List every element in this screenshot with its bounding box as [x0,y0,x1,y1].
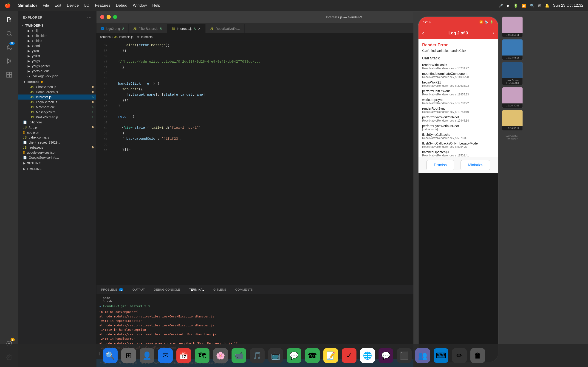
tab-reactnative[interactable]: JS ReactNativeRe... [206,24,245,33]
dock-messages[interactable]: 💬 [287,348,301,363]
sidebar-item-search[interactable] [3,27,15,40]
dock-slack[interactable]: 💬 [379,348,393,363]
thumbnail-item[interactable]: ...0t 16.30.08 [502,87,523,108]
thumbnail-item[interactable]: ...ator Screen iP...4.25.png [502,62,523,85]
dock-facetime[interactable]: 📹 [232,348,246,363]
tab-output[interactable]: OUTPUT [128,286,149,294]
thumbnail-item[interactable]: ...0t 13.58.15 [502,39,523,60]
list-item[interactable]: JS MessageScre...U [18,110,96,115]
list-item[interactable]: JS App.jsM [18,125,96,130]
list-item[interactable]: ▶ xtend [18,43,96,48]
tab-terminal[interactable]: TERMINAL [184,286,209,294]
dismiss-button[interactable]: Dismiss [426,160,454,170]
list-item[interactable]: ▶ y18n [18,48,96,53]
tab-interests[interactable]: JS Interests.js U ✕ [167,24,206,33]
menu-window[interactable]: Window [133,3,147,8]
tab-gitlens[interactable]: GITLENS [209,286,231,294]
list-item[interactable]: ▶ yallist [18,53,96,58]
list-item[interactable]: {} google-services.json [18,150,96,155]
list-item[interactable]: {} .package-lock.json [18,74,96,79]
tab-filterbutton[interactable]: JS FilterButton.js U [129,24,167,33]
dock-figma[interactable]: ✏ [452,348,467,363]
list-item[interactable]: JS HomeScreen.jsM [18,90,96,94]
menu-help[interactable]: Help [152,3,160,8]
dock-contacts[interactable]: 👤 [140,348,154,363]
dock-maps[interactable]: 🗺 [195,348,209,363]
breadcrumb-symbol[interactable]: Interests [141,35,153,39]
dock-mail[interactable]: ✉ [158,348,173,363]
simulator-window: iPhone 11 Pro – iOS 15.5 ⌂ 📷 ⟳ 12:32 📶 📡 [414,0,588,367]
app-name[interactable]: Simulator [18,3,37,8]
dock-calendar[interactable]: 📅 [176,348,191,363]
sidebar-item-extensions[interactable] [3,69,15,81]
list-item[interactable]: JS babel.config.js [18,135,96,140]
list-item[interactable]: {} app.json [18,130,96,135]
menu-device[interactable]: Device [67,3,79,8]
dock-launchpad[interactable]: ⊞ [121,348,136,363]
dock-photos[interactable]: 🌸 [213,348,228,363]
thumbnail-item[interactable]: ...ot 13.51.11 [502,17,523,37]
menu-edit[interactable]: Edit [54,3,61,8]
problems-badge: 1 [119,288,123,291]
dock-trash[interactable]: 🗑 [470,348,485,363]
list-item[interactable]: ▶ xmldoc [18,38,96,43]
list-item[interactable]: ▶ yocto-queue [18,69,96,74]
menu-debug[interactable]: Debug [116,3,127,8]
interests-file-item[interactable]: JS Interests.jsU [18,94,96,100]
outline-section[interactable]: ▶ OUTLINE [18,160,96,166]
minimize-button[interactable] [107,15,111,19]
tab-comments[interactable]: COMMENTS [231,286,258,294]
phone-nav: ‹ Log 2 of 3 › [418,27,498,39]
tab-badge: U [194,27,196,30]
list-item[interactable]: 📄 client_secret_23629... [18,140,96,145]
dock-finder[interactable]: 🔍 [103,348,118,363]
tab-problems[interactable]: PROBLEMS 1 [96,286,128,294]
list-item[interactable]: ▶ xmljs [18,28,96,33]
tree-root-item[interactable]: ▼ TWINDER-3 [18,23,96,28]
menu-file[interactable]: File [43,3,49,8]
control-center-icon[interactable]: ⊞ [538,3,541,8]
explorer-more-icon[interactable]: ··· [87,15,92,20]
list-item[interactable]: ▶ xmlbuilder [18,33,96,38]
nav-forward-button[interactable]: › [493,30,494,36]
sidebar-item-run[interactable] [3,55,15,67]
dock-vscode[interactable]: ⌨ [434,348,448,363]
tab-close-icon[interactable]: ✕ [198,27,201,31]
list-item[interactable]: JS firebase.jsM [18,145,96,150]
list-item[interactable]: JS LoginScreen.jsM [18,100,96,105]
breadcrumb-screens[interactable]: screens [100,35,111,39]
nav-back-button[interactable]: ‹ [422,30,424,36]
dock-reminders[interactable]: ✓ [342,348,356,363]
sidebar-item-source-control[interactable]: 29 [3,41,15,53]
list-item[interactable]: 📄 .gitignore [18,120,96,125]
list-item[interactable]: ▶ yargs [18,58,96,64]
thumbnail-item[interactable]: ...0t 16.30.17 [502,110,523,131]
sidebar-item-files[interactable] [3,14,15,26]
menu-features[interactable]: Features [95,3,110,8]
search-menubar-icon[interactable]: 🔍 [530,3,535,8]
stack-file: ReactNativeRenderer-dev.js:10259:27 [422,67,494,70]
dock-chrome[interactable]: 🌐 [360,348,375,363]
list-item[interactable]: JS ChatScreen.jsM [18,84,96,90]
menu-io[interactable]: I/O [84,3,90,8]
dock-appletv[interactable]: 📺 [268,348,283,363]
timeline-section[interactable]: ▶ TIMELINE [18,166,96,172]
list-item[interactable]: JS MatchedScre...U [18,105,96,110]
dock-music[interactable]: 🎵 [250,348,265,363]
tab-debug-console[interactable]: DEBUG CONSOLE [149,286,184,294]
list-item[interactable]: ▶ yargs-parser [18,64,96,69]
maximize-button[interactable] [113,15,117,19]
minimize-button[interactable]: Minimize [460,160,490,170]
list-item[interactable]: 📄 GoogleService-Info... [18,155,96,160]
dock-phone[interactable]: ☎ [305,348,320,363]
close-button[interactable] [100,15,104,19]
screens-section[interactable]: ▼ screens [18,79,96,84]
list-item[interactable]: JS ProfileScreen.jsU [18,115,96,120]
apple-menu[interactable]: 🍎 [5,2,11,8]
dock-teams[interactable]: 👥 [415,348,430,363]
tab-logo2[interactable]: 🖼 logo2.png U [96,24,129,33]
breadcrumb-file[interactable]: Interests.js [119,35,133,39]
dock-notes[interactable]: 📝 [323,348,338,363]
notification-icon[interactable]: 🔔 [545,3,549,8]
dock-terminal[interactable]: ⬛ [397,348,412,363]
